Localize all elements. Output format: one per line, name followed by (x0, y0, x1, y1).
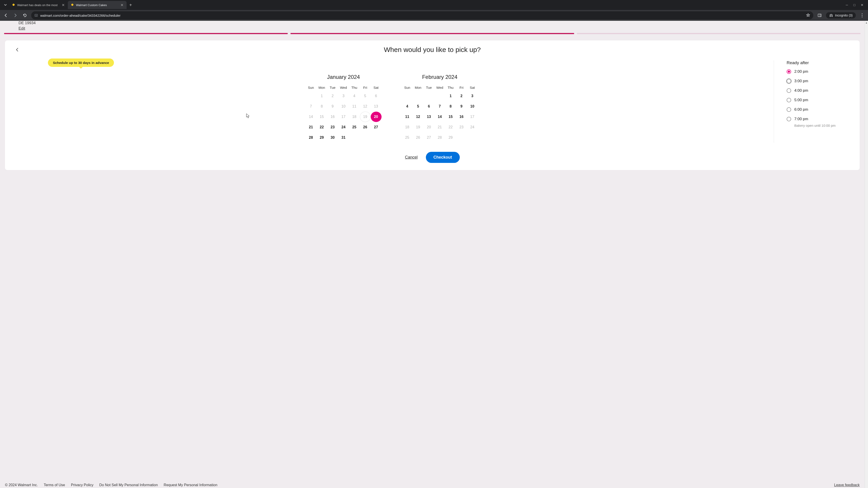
side-panel-icon[interactable] (816, 12, 823, 19)
tab-bar: Walmart has deals on the most✕Walmart Cu… (0, 0, 868, 10)
incognito-badge[interactable]: Incognito (3) (826, 12, 856, 19)
svg-rect-0 (35, 14, 37, 17)
svg-rect-3 (818, 14, 821, 17)
browser-tab[interactable]: Walmart has deals on the most✕ (9, 1, 68, 9)
walmart-favicon (70, 3, 74, 7)
toolbar: walmart.com/order-ahead/cake/343342266/s… (0, 10, 868, 21)
svg-point-6 (862, 15, 862, 15)
tab-title: Walmart Custom Cakes (76, 3, 118, 7)
url-text: walmart.com/order-ahead/cake/343342266/s… (40, 13, 804, 18)
back-button[interactable] (3, 12, 9, 19)
window-controls: ─ □ ✕ (846, 3, 866, 7)
tab-search-button[interactable] (2, 1, 9, 8)
maximize-button[interactable]: □ (854, 3, 855, 7)
close-tab-icon[interactable]: ✕ (120, 3, 124, 7)
incognito-label: Incognito (3) (835, 13, 852, 17)
browser-chrome: Walmart has deals on the most✕Walmart Cu… (0, 0, 868, 21)
forward-button[interactable] (12, 12, 19, 19)
svg-point-5 (862, 13, 862, 14)
close-window-button[interactable]: ✕ (861, 3, 864, 7)
chrome-menu-button[interactable] (859, 12, 865, 19)
svg-point-7 (862, 17, 862, 17)
address-bar[interactable]: walmart.com/order-ahead/cake/343342266/s… (31, 11, 813, 20)
minimize-button[interactable]: ─ (846, 3, 848, 7)
new-tab-button[interactable]: + (127, 2, 135, 8)
walmart-favicon (12, 3, 16, 7)
bookmark-icon[interactable] (806, 13, 810, 18)
site-info-icon[interactable] (34, 13, 38, 18)
close-tab-icon[interactable]: ✕ (61, 3, 65, 7)
browser-tab[interactable]: Walmart Custom Cakes✕ (68, 1, 127, 9)
tab-title: Walmart has deals on the most (17, 3, 59, 7)
reload-button[interactable] (22, 12, 28, 19)
